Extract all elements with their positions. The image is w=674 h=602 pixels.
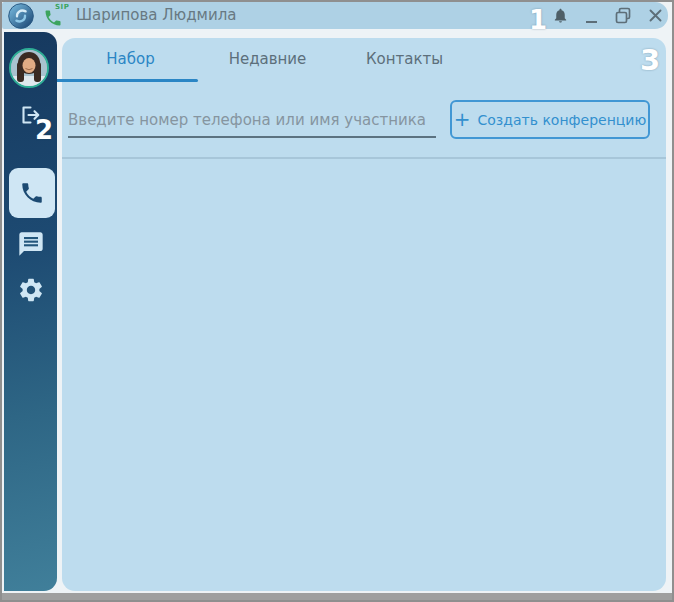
annotation-2: 2 [35, 117, 53, 143]
restore-icon [614, 6, 633, 25]
annotation-1: 1 [529, 7, 547, 33]
phone-icon [19, 180, 45, 206]
minimize-button[interactable] [580, 2, 602, 29]
gear-icon [17, 276, 45, 304]
chat-icon [17, 230, 45, 258]
create-conference-label: Создать конференцию [478, 112, 647, 128]
window-title: Шарипова Людмила [76, 2, 236, 29]
tab-contacts[interactable]: Контакты [336, 38, 473, 80]
sip-badge: SIP [55, 3, 69, 11]
active-tab-indicator [52, 79, 198, 82]
window-bottom-frame [2, 593, 672, 600]
user-avatar[interactable] [9, 48, 49, 88]
close-button[interactable] [643, 2, 667, 29]
app-window: SIP Шарипова Людмила [0, 0, 674, 602]
sidebar-item-chats[interactable] [13, 226, 49, 262]
close-icon [649, 9, 662, 22]
tab-dialer[interactable]: Набор [62, 38, 199, 80]
sidebar-item-settings[interactable] [13, 272, 49, 308]
phone-or-name-input[interactable] [68, 104, 436, 138]
maximize-restore-button[interactable] [610, 2, 636, 29]
tab-recent[interactable]: Недавние [199, 38, 336, 80]
titlebar: SIP Шарипова Людмила [2, 2, 668, 29]
notifications-button[interactable] [548, 2, 572, 29]
sidebar-item-dialer-active[interactable] [9, 168, 55, 218]
tab-bar: Набор Недавние Контакты [62, 38, 473, 80]
sip-phone-icon [43, 8, 63, 28]
plus-icon: + [454, 109, 471, 129]
minimize-icon [586, 21, 597, 23]
bell-icon [552, 7, 569, 24]
app-logo-icon [8, 3, 34, 29]
create-conference-button[interactable]: + Создать конференцию [450, 100, 650, 139]
avatar-photo-icon [11, 50, 47, 86]
dial-results-empty-area [62, 159, 666, 591]
main-panel: Набор Недавние Контакты + Создать конфер… [62, 38, 666, 591]
annotation-3: 3 [640, 46, 660, 75]
